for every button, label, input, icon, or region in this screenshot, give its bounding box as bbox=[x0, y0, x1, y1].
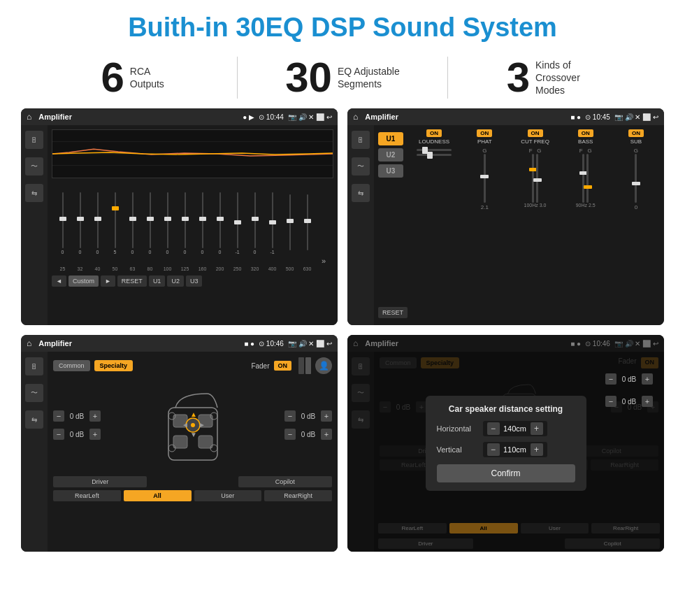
dialog-vol-r1-plus[interactable]: + bbox=[642, 373, 653, 385]
crossover-controls: ON LOUDNESS ON PHAT G bbox=[410, 129, 660, 321]
fader-vol-fl-plus[interactable]: + bbox=[89, 410, 101, 422]
fader-time: ⊙ 10:46 bbox=[259, 340, 284, 348]
stat-crossover: 3 Kinds ofCrossover Modes bbox=[462, 57, 643, 99]
fader-vol-fr-minus[interactable]: − bbox=[284, 410, 296, 422]
fader-vol-rr-plus[interactable]: + bbox=[321, 429, 332, 440]
screens-grid: ⌂ Amplifier ● ▶ ⊙ 10:44 📷 🔊 ✕ ⬜ ↩ 🎚 〜 ⇆ bbox=[0, 108, 685, 566]
bass-slider1[interactable] bbox=[582, 154, 584, 203]
fader-user-btn[interactable]: User bbox=[194, 490, 262, 501]
eq-slider-5[interactable]: 0 bbox=[142, 181, 158, 265]
fader-screen-title: Amplifier bbox=[38, 339, 240, 348]
fader-vol-rl-plus[interactable]: + bbox=[89, 429, 101, 440]
bass-on-badge[interactable]: ON bbox=[578, 129, 593, 137]
loudness-col: ON LOUDNESS bbox=[410, 129, 458, 321]
eq-slider-9[interactable]: 0 bbox=[212, 181, 228, 265]
confirm-button[interactable]: Confirm bbox=[437, 464, 575, 482]
sub-slider[interactable] bbox=[635, 154, 637, 203]
loudness-slider2[interactable] bbox=[417, 154, 452, 156]
eq-play-btn[interactable]: ► bbox=[101, 275, 115, 287]
eq-slider-10[interactable]: -1 bbox=[229, 181, 245, 265]
horizontal-minus-btn[interactable]: − bbox=[487, 422, 500, 435]
eq-reset-btn[interactable]: RESET bbox=[117, 275, 147, 287]
eq-slider-4[interactable]: 0 bbox=[124, 181, 140, 265]
fader-on-pill[interactable]: ON bbox=[274, 361, 292, 371]
svg-rect-7 bbox=[173, 436, 187, 448]
crossover-home-icon[interactable]: ⌂ bbox=[353, 112, 358, 122]
eq-status-bar: ⌂ Amplifier ● ▶ ⊙ 10:44 📷 🔊 ✕ ⬜ ↩ bbox=[21, 108, 338, 125]
home-icon[interactable]: ⌂ bbox=[27, 112, 31, 122]
eq-slider-12[interactable]: -1 bbox=[264, 181, 280, 265]
eq-sidebar-icon-1[interactable]: 🎚 bbox=[25, 131, 43, 149]
phat-on-badge[interactable]: ON bbox=[477, 129, 492, 137]
u3-button[interactable]: U3 bbox=[378, 164, 403, 178]
svg-text:▼: ▼ bbox=[190, 431, 197, 438]
fader-vol-rl-minus[interactable]: − bbox=[53, 429, 64, 440]
eq-slider-14[interactable] bbox=[299, 181, 315, 265]
fader-icons: 📷 🔊 ✕ ⬜ ↩ bbox=[288, 340, 332, 348]
dialog-vol-r1-minus[interactable]: − bbox=[605, 373, 616, 385]
u1-button[interactable]: U1 bbox=[378, 132, 403, 145]
fader-screen-content: 🎚 〜 ⇆ Common Specialty Fader ON 👤 bbox=[21, 352, 338, 552]
eq-u3-btn[interactable]: U3 bbox=[186, 275, 203, 287]
crossover-sidebar-icon-3[interactable]: ⇆ bbox=[352, 184, 370, 202]
fader-common-tab[interactable]: Common bbox=[53, 360, 90, 371]
eq-sidebar-icon-2[interactable]: 〜 bbox=[25, 157, 43, 176]
fader-driver-btn[interactable]: Driver bbox=[53, 476, 147, 487]
eq-slider-7[interactable]: 0 bbox=[177, 181, 193, 265]
fader-rearright-btn[interactable]: RearRight bbox=[264, 490, 332, 501]
loudness-slider[interactable] bbox=[417, 149, 452, 151]
bass-slider2[interactable] bbox=[586, 154, 589, 203]
fader-vol-rr-minus[interactable]: − bbox=[284, 429, 296, 440]
phat-slider[interactable] bbox=[484, 154, 486, 203]
sub-label: SUB bbox=[630, 138, 642, 145]
fader-top-bar: Common Specialty Fader ON 👤 bbox=[53, 357, 332, 374]
crossover-screen-card: ⌂ Amplifier ■ ● ⊙ 10:45 📷 🔊 ✕ ⬜ ↩ 🎚 〜 ⇆ … bbox=[347, 108, 664, 325]
fader-specialty-tab[interactable]: Specialty bbox=[94, 360, 134, 371]
loudness-on-badge[interactable]: ON bbox=[426, 129, 442, 137]
fader-vol-fr-plus[interactable]: + bbox=[321, 410, 332, 422]
eq-slider-13[interactable] bbox=[282, 181, 298, 265]
crossover-sidebar-icon-1[interactable]: 🎚 bbox=[352, 131, 370, 149]
cutfreq-on-badge[interactable]: ON bbox=[528, 129, 543, 137]
eq-slider-2[interactable]: 0 bbox=[89, 181, 106, 265]
fader-label-text: Fader bbox=[251, 362, 269, 370]
fader-vol-fr: − 0 dB + bbox=[284, 410, 332, 422]
crossover-reset-btn[interactable]: RESET bbox=[378, 307, 408, 318]
fader-sidebar-icon-1[interactable]: 🎚 bbox=[25, 357, 43, 375]
u2-button[interactable]: U2 bbox=[378, 148, 403, 162]
eq-u1-btn[interactable]: U1 bbox=[149, 275, 166, 287]
fader-profile-icon[interactable]: 👤 bbox=[315, 357, 332, 374]
crossover-sidebar-icon-2[interactable]: 〜 bbox=[352, 157, 370, 176]
eq-slider-0[interactable]: 0 bbox=[55, 181, 71, 265]
eq-bottom-bar: ◄ Custom ► RESET U1 U2 U3 bbox=[52, 275, 333, 287]
eq-screen-content: 🎚 〜 ⇆ bbox=[21, 125, 338, 325]
eq-slider-1[interactable]: 0 bbox=[72, 181, 88, 265]
eq-sidebar-icon-3[interactable]: ⇆ bbox=[25, 184, 43, 202]
eq-slider-6[interactable]: 0 bbox=[159, 181, 175, 265]
fader-middle: − 0 dB + − 0 dB + bbox=[53, 380, 332, 471]
fader-rearleft-btn[interactable]: RearLeft bbox=[53, 490, 121, 501]
eq-slider-8[interactable]: 0 bbox=[194, 181, 210, 265]
fader-sidebar-icon-3[interactable]: ⇆ bbox=[25, 410, 43, 429]
dialog-vol-r2-minus[interactable]: − bbox=[605, 396, 616, 407]
fader-vol-fl-minus[interactable]: − bbox=[53, 410, 64, 422]
eq-slider-3[interactable]: 5 bbox=[107, 181, 123, 265]
horizontal-plus-btn[interactable]: + bbox=[531, 422, 543, 435]
vertical-minus-btn[interactable]: − bbox=[487, 443, 500, 456]
eq-u2-btn[interactable]: U2 bbox=[167, 275, 184, 287]
dialog-vol-r2-plus[interactable]: + bbox=[642, 396, 653, 407]
fader-copilot-btn[interactable]: Copilot bbox=[238, 476, 332, 487]
crossover-icons: 📷 🔊 ✕ ⬜ ↩ bbox=[614, 113, 658, 121]
fader-vol-fl: − 0 dB + bbox=[53, 410, 101, 422]
fader-sidebar-icon-2[interactable]: 〜 bbox=[25, 384, 43, 402]
eq-sliders-area: 0 0 0 5 0 bbox=[52, 181, 333, 265]
eq-slider-11[interactable]: 0 bbox=[247, 181, 263, 265]
fader-all-btn[interactable]: All bbox=[124, 490, 192, 501]
eq-custom-btn[interactable]: Custom bbox=[68, 275, 99, 287]
vertical-plus-btn[interactable]: + bbox=[531, 443, 543, 456]
cutfreq-slider2[interactable] bbox=[536, 154, 538, 203]
eq-prev-btn[interactable]: ◄ bbox=[52, 275, 66, 287]
eq-more-icon[interactable]: » bbox=[317, 257, 331, 265]
sub-on-badge[interactable]: ON bbox=[628, 129, 644, 137]
fader-home-icon[interactable]: ⌂ bbox=[27, 338, 31, 348]
